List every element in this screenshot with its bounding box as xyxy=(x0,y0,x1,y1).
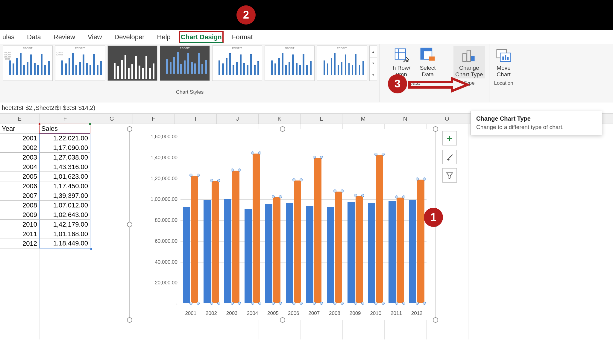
col-header-k[interactable]: K xyxy=(259,114,301,124)
cell-year[interactable]: 2003 xyxy=(0,152,39,162)
cell-sales[interactable]: 1,27,038.00 xyxy=(39,152,90,162)
bar-series2[interactable] xyxy=(294,181,301,303)
series-select-handle[interactable] xyxy=(210,302,213,305)
resize-handle[interactable] xyxy=(280,126,285,132)
chart-style-1[interactable]: PROFIT 1,40,000 1,20,000 1,00,000 80,000 xyxy=(3,46,53,81)
table-row[interactable]: 20121,18,449.00 xyxy=(0,239,91,248)
table-row[interactable]: 20111,01,168.00 xyxy=(0,229,91,239)
series-select-handle[interactable] xyxy=(300,302,303,305)
bar-series1[interactable] xyxy=(306,206,313,303)
resize-handle[interactable] xyxy=(127,317,132,323)
series-select-handle[interactable] xyxy=(217,179,220,182)
selection-handle[interactable] xyxy=(38,123,41,125)
series-select-handle[interactable] xyxy=(354,194,357,197)
switch-row-column-button[interactable]: h Row/ umn xyxy=(391,46,412,78)
series-select-handle[interactable] xyxy=(395,195,398,198)
cell-sales[interactable]: 1,17,090.00 xyxy=(39,143,90,153)
cell-sales[interactable]: 1,01,168.00 xyxy=(39,229,90,239)
series-select-handle[interactable] xyxy=(210,179,213,182)
more-styles-icon[interactable]: ▾ xyxy=(370,69,377,81)
tab-help[interactable]: Help xyxy=(157,32,171,42)
series-select-handle[interactable] xyxy=(258,302,261,305)
tab-view[interactable]: View xyxy=(87,32,102,42)
series-select-handle[interactable] xyxy=(279,195,282,198)
bar-series2[interactable] xyxy=(356,196,363,303)
bar-group[interactable] xyxy=(348,196,363,303)
cell-year[interactable]: 2007 xyxy=(0,191,39,201)
bar-series2[interactable] xyxy=(232,171,239,303)
bar-series1[interactable] xyxy=(224,199,231,303)
table-row[interactable]: 20101,42,179.00 xyxy=(0,220,91,229)
cell-year[interactable]: 2010 xyxy=(0,219,39,229)
resize-handle[interactable] xyxy=(280,317,285,323)
col-header-o[interactable]: O xyxy=(426,114,468,124)
cell-sales[interactable]: 1,39,397.00 xyxy=(39,191,90,201)
chevron-up-icon[interactable]: ▴ xyxy=(370,46,377,57)
series-select-handle[interactable] xyxy=(313,302,316,305)
table-row[interactable]: 20041,43,316.00 xyxy=(0,162,91,172)
series-select-handle[interactable] xyxy=(272,302,275,305)
table-row[interactable]: 20021,17,090.00 xyxy=(0,143,91,153)
cell-year[interactable]: 2012 xyxy=(0,239,39,248)
table-row[interactable]: 20011,22,021.00 xyxy=(0,134,91,143)
cell-year[interactable]: 2008 xyxy=(0,200,39,210)
series-select-handle[interactable] xyxy=(313,156,316,159)
cell-sales[interactable]: 1,02,643.00 xyxy=(39,210,90,220)
cell-year[interactable]: 2002 xyxy=(0,143,39,153)
bar-group[interactable] xyxy=(409,180,424,303)
cell-year[interactable]: 2009 xyxy=(0,210,39,220)
tab-chart-design[interactable]: Chart Design xyxy=(179,31,224,43)
bar-group[interactable] xyxy=(286,181,301,303)
series-select-handle[interactable] xyxy=(361,302,364,305)
chart-style-4[interactable]: PROFIT xyxy=(160,46,210,81)
series-select-handle[interactable] xyxy=(402,302,405,305)
series-select-handle[interactable] xyxy=(251,302,254,305)
bar-group[interactable] xyxy=(327,192,342,303)
series-select-handle[interactable] xyxy=(189,174,192,177)
series-select-handle[interactable] xyxy=(374,153,377,156)
bar-series1[interactable] xyxy=(245,209,252,303)
col-header-l[interactable]: L xyxy=(301,114,342,124)
change-chart-type-button[interactable]: Change Chart Type xyxy=(453,46,485,78)
series-select-handle[interactable] xyxy=(231,169,234,172)
tab-data[interactable]: Data xyxy=(26,32,41,42)
bar-series2[interactable] xyxy=(376,155,383,303)
select-data-button[interactable]: Select Data xyxy=(418,46,438,78)
series-select-handle[interactable] xyxy=(258,151,261,154)
table-row[interactable]: 20061,17,450.00 xyxy=(0,181,91,191)
resize-handle[interactable] xyxy=(127,222,132,227)
bar-group[interactable] xyxy=(224,171,239,303)
worksheet-grid[interactable]: Year Sales 20011,22,021.0020021,17,090.0… xyxy=(0,124,613,339)
col-header-n[interactable]: N xyxy=(384,114,426,124)
col-header-g[interactable]: G xyxy=(91,114,133,124)
bar-group[interactable] xyxy=(265,197,280,303)
bar-series1[interactable] xyxy=(348,202,355,303)
tab-formulas[interactable]: ulas xyxy=(2,32,15,42)
table-row[interactable]: 20081,07,012.00 xyxy=(0,201,91,210)
series-select-handle[interactable] xyxy=(197,302,200,305)
series-select-handle[interactable] xyxy=(272,195,275,198)
table-row[interactable]: 20091,02,643.00 xyxy=(0,210,91,220)
series-select-handle[interactable] xyxy=(354,302,357,305)
col-header-j[interactable]: J xyxy=(217,114,259,124)
chart-style-6[interactable]: PROFIT xyxy=(265,46,315,81)
series-select-handle[interactable] xyxy=(333,189,336,192)
series-select-handle[interactable] xyxy=(423,302,426,305)
table-row[interactable]: 20071,39,397.00 xyxy=(0,191,91,201)
series-select-handle[interactable] xyxy=(217,302,220,305)
bar-group[interactable] xyxy=(306,158,321,303)
bar-series2[interactable] xyxy=(314,158,321,303)
cell-year[interactable]: 2001 xyxy=(0,133,39,143)
series-select-handle[interactable] xyxy=(382,302,385,305)
bar-series1[interactable] xyxy=(286,203,293,303)
chart-filter-button[interactable] xyxy=(442,168,457,183)
bar-series1[interactable] xyxy=(183,207,190,303)
bar-series2[interactable] xyxy=(335,192,342,303)
series-select-handle[interactable] xyxy=(361,194,364,197)
bar-series1[interactable] xyxy=(204,200,211,303)
series-select-handle[interactable] xyxy=(251,151,254,154)
col-header-m[interactable]: M xyxy=(342,114,384,124)
bar-series1[interactable] xyxy=(265,204,272,303)
move-chart-button[interactable]: Move Chart xyxy=(494,46,514,78)
tab-review[interactable]: Review xyxy=(53,32,76,42)
